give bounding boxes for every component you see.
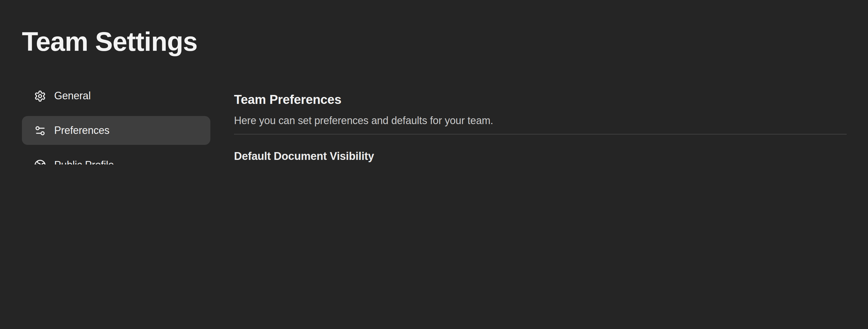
sliders-icon	[34, 125, 46, 137]
sidebar-item-preferences[interactable]: Preferences	[22, 116, 210, 145]
team-settings-page: Team Settings General Preferences	[0, 0, 868, 165]
section-heading: Team Preferences	[234, 91, 341, 109]
sidebar-item-general[interactable]: General	[22, 81, 210, 110]
sidebar-item-label: Public Profile	[54, 159, 114, 165]
page-title: Team Settings	[22, 25, 197, 58]
sidebar-item-label: General	[54, 90, 91, 102]
sidebar-item-public-profile[interactable]: Public Profile	[22, 150, 210, 165]
sidebar-item-label: Preferences	[54, 125, 110, 137]
visibility-field-label: Default Document Visibility	[234, 149, 374, 163]
globe-icon	[34, 159, 46, 165]
settings-sidebar: General Preferences Public Profile	[22, 81, 210, 165]
section-divider	[234, 134, 847, 135]
section-description: Here you can set preferences and default…	[234, 113, 493, 128]
gear-icon	[34, 90, 46, 102]
